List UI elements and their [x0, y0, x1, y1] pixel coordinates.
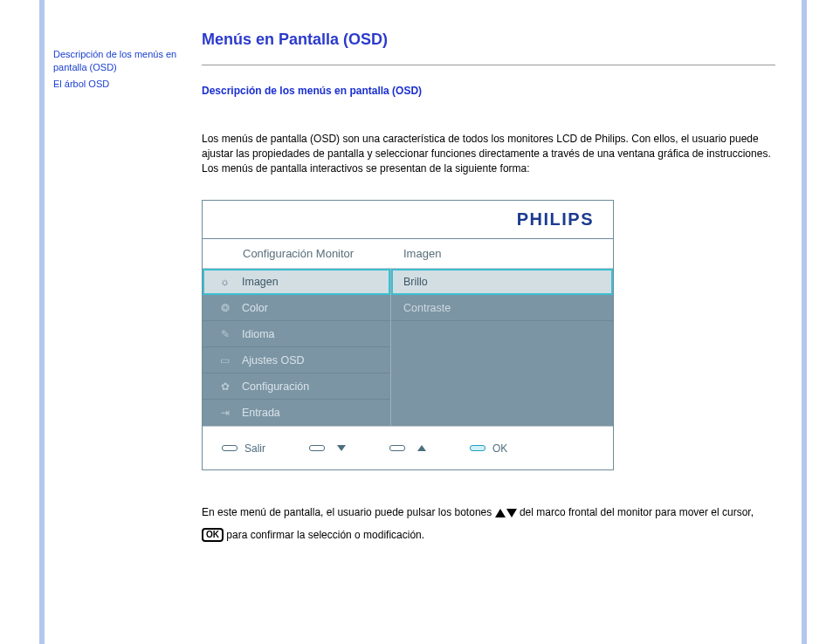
- philips-logo: PHILIPS: [517, 209, 594, 230]
- osd-button-label: OK: [492, 442, 507, 455]
- osd-menu-label: Color: [242, 302, 268, 314]
- ok-box-icon: OK: [202, 528, 224, 542]
- triangle-down-icon: [337, 445, 346, 451]
- triangle-up-icon: [495, 509, 506, 517]
- brightness-icon: ☼: [218, 276, 231, 289]
- osd-ok-button[interactable]: OK: [470, 442, 507, 455]
- led-icon: [309, 445, 325, 451]
- osd-menu-label: Entrada: [242, 407, 280, 419]
- footer-text-3: para confirmar la selección o modificaci…: [226, 529, 424, 541]
- led-icon: [389, 445, 405, 451]
- screen-icon: ▭: [218, 353, 231, 367]
- osd-down-button[interactable]: [309, 445, 346, 451]
- osd-topbar: PHILIPS: [203, 201, 613, 239]
- sidebar-link-tree[interactable]: El árbol OSD: [53, 78, 184, 91]
- led-icon: [222, 445, 238, 451]
- sidebar-link-description[interactable]: Descripción de los menús en pantalla (OS…: [53, 48, 184, 74]
- osd-menu-item-ajustes-osd[interactable]: ▭ Ajustes OSD: [203, 347, 390, 373]
- language-icon: ✎: [218, 327, 231, 340]
- footer-paragraph: En este menú de pantalla, el usuario pue…: [202, 502, 775, 545]
- osd-submenu-label: Brillo: [403, 276, 428, 288]
- osd-menu-list: ☼ Imagen ❂ Color ✎ Idioma ▭ Ajustes OSD: [203, 269, 391, 426]
- osd-menu-label: Configuración: [242, 380, 309, 393]
- osd-menu-item-idioma[interactable]: ✎ Idioma: [203, 321, 390, 347]
- osd-menu-label: Idioma: [242, 328, 275, 340]
- osd-menu-item-imagen[interactable]: ☼ Imagen: [203, 269, 390, 295]
- osd-button-bar: Salir OK: [203, 426, 613, 469]
- osd-menu-item-entrada[interactable]: ⇥ Entrada: [203, 400, 390, 426]
- osd-exit-button[interactable]: Salir: [222, 442, 265, 455]
- osd-header-right: Imagen: [391, 239, 613, 268]
- footer-text-2: del marco frontal del monitor para mover…: [520, 506, 754, 518]
- sidebar: Descripción de los menús en pantalla (OS…: [53, 48, 184, 94]
- gear-icon: ✿: [218, 380, 231, 393]
- triangle-down-icon: [506, 509, 517, 517]
- osd-menu-label: Imagen: [242, 276, 279, 288]
- osd-submenu-label: Contraste: [403, 302, 451, 314]
- osd-header-left: Configuración Monitor: [203, 239, 391, 268]
- led-on-icon: [470, 445, 485, 451]
- osd-window: PHILIPS Configuración Monitor Imagen ☼ I…: [202, 200, 614, 470]
- content: Menús en Pantalla (OSD) Descripción de l…: [202, 31, 775, 546]
- divider: [202, 65, 775, 65]
- right-border-stripe: [802, 0, 807, 644]
- osd-up-button[interactable]: [389, 445, 426, 451]
- page-title: Menús en Pantalla (OSD): [202, 31, 775, 49]
- osd-body: ☼ Imagen ❂ Color ✎ Idioma ▭ Ajustes OSD: [203, 269, 613, 426]
- osd-menu-label: Ajustes OSD: [242, 354, 305, 367]
- osd-submenu-item-brillo[interactable]: Brillo: [391, 269, 613, 295]
- osd-menu-item-color[interactable]: ❂ Color: [203, 295, 390, 321]
- osd-button-label: Salir: [244, 442, 265, 455]
- page-container: Descripción de los menús en pantalla (OS…: [45, 0, 802, 644]
- triangle-up-icon: [417, 445, 426, 451]
- intro-paragraph: Los menús de pantalla (OSD) son una cara…: [202, 132, 775, 175]
- osd-menu-item-configuracion[interactable]: ✿ Configuración: [203, 373, 390, 400]
- osd-submenu-item-contraste[interactable]: Contraste: [391, 295, 613, 321]
- osd-column-headers: Configuración Monitor Imagen: [203, 239, 613, 269]
- input-icon: ⇥: [218, 407, 231, 420]
- osd-submenu-list: Brillo Contraste: [391, 269, 613, 426]
- footer-text-1: En este menú de pantalla, el usuario pue…: [202, 506, 495, 518]
- globe-icon: ❂: [218, 301, 231, 314]
- section-subtitle: Descripción de los menús en pantalla (OS…: [202, 85, 775, 97]
